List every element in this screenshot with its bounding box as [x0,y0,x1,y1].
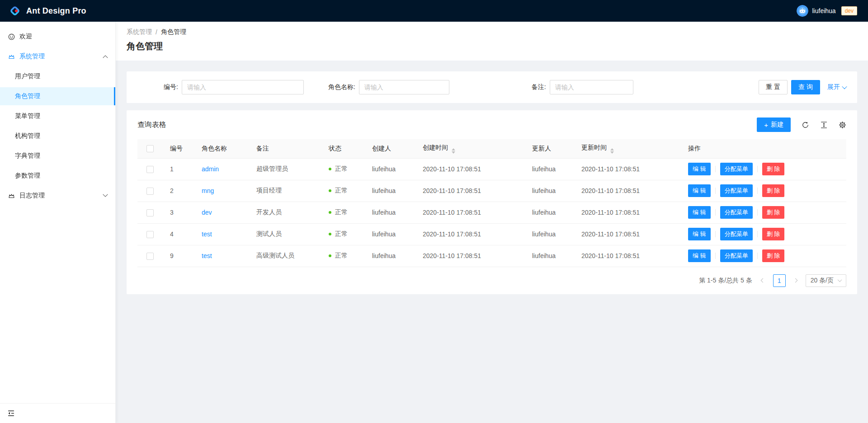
page-size-value: 20 条/页 [811,277,834,285]
table-row: 9 test 高级测试人员 正常 liufeihua 2020-11-10 17… [137,245,846,267]
expand-link[interactable]: 展开 [827,83,846,91]
sidebar-item-label: 欢迎 [19,33,32,41]
crown-icon [8,53,15,60]
delete-button[interactable]: 删 除 [762,184,785,197]
delete-button[interactable]: 删 除 [762,249,785,262]
menu-fold-icon[interactable] [7,409,15,417]
cell-remark: 测试人员 [249,223,321,245]
cell-creator: liufeihua [365,245,415,267]
settings-gear-icon[interactable] [839,121,846,129]
assign-menu-button[interactable]: 分配菜单 [720,206,753,219]
status-text: 正常 [335,252,348,260]
table-row: 4 test 测试人员 正常 liufeihua 2020-11-10 17:0… [137,223,846,245]
row-checkbox[interactable] [146,253,154,260]
sidebar-item-users[interactable]: 用户管理 [0,67,115,85]
next-page-button[interactable] [789,274,802,287]
query-button[interactable]: 查 询 [791,80,820,94]
assign-menu-button[interactable]: 分配菜单 [720,249,753,262]
assign-menu-button[interactable]: 分配菜单 [720,184,753,197]
cell-creator: liufeihua [365,158,415,180]
cell-creator: liufeihua [365,202,415,223]
sidebar-item-system[interactable]: 系统管理 [0,47,115,66]
sidebar-item-roles[interactable]: 角色管理 [0,87,115,105]
role-name-link[interactable]: dev [202,209,212,216]
roles-table: 编号 角色名称 备注 状态 创建人 创建时间 更新人 更新时间 操作 [137,139,846,267]
role-name-input[interactable] [359,80,449,94]
ant-design-logo-icon [8,4,22,18]
sidebar-item-label: 机构管理 [15,132,40,140]
cell-creator: liufeihua [365,180,415,202]
top-header: Ant Design Pro liufeihua dev [0,0,868,22]
role-name-link[interactable]: mng [202,187,214,194]
table-header-row: 编号 角色名称 备注 状态 创建人 创建时间 更新人 更新时间 操作 [137,139,846,158]
table-toolbar: 查询表格 + 新建 [127,110,857,139]
app-logo[interactable]: Ant Design Pro [8,4,86,18]
role-name-link[interactable]: test [202,230,212,238]
sidebar-item-dicts[interactable]: 字典管理 [0,147,115,165]
edit-button[interactable]: 编 辑 [688,184,711,197]
row-checkbox[interactable] [146,209,154,216]
delete-button[interactable]: 删 除 [762,228,785,240]
role-name-link[interactable]: test [202,252,212,259]
edit-button[interactable]: 编 辑 [688,228,711,240]
divider [757,253,758,259]
row-checkbox[interactable] [146,166,154,173]
sorter-icon[interactable] [452,148,455,154]
sidebar-footer [0,403,115,423]
select-all-checkbox[interactable] [146,145,154,152]
sidebar-item-params[interactable]: 参数管理 [0,167,115,185]
sidebar-item-orgs[interactable]: 机构管理 [0,127,115,145]
chevron-down-icon [842,84,847,89]
chevron-down-icon [838,277,842,282]
edit-button[interactable]: 编 辑 [688,206,711,219]
divider [757,231,758,237]
sidebar-item-label: 参数管理 [15,172,40,180]
status-text: 正常 [335,165,348,173]
column-header-remark: 备注 [249,139,321,158]
edit-button[interactable]: 编 辑 [688,163,711,175]
cell-created-time: 2020-11-10 17:08:51 [415,158,525,180]
divider [715,209,716,216]
cell-id: 1 [163,158,194,180]
assign-menu-button[interactable]: 分配菜单 [720,228,753,240]
chevron-left-icon [761,278,765,283]
sorter-icon[interactable] [610,148,614,154]
page-size-select[interactable]: 20 条/页 [806,274,846,287]
column-header-role-name: 角色名称 [194,139,249,158]
column-height-icon[interactable] [820,121,828,129]
page-number-1[interactable]: 1 [773,274,786,287]
status-dot [329,211,331,214]
status-text: 正常 [335,187,348,195]
cell-remark: 项目经理 [249,180,321,202]
role-name-link[interactable]: admin [202,165,219,173]
remark-input[interactable] [550,80,633,94]
row-checkbox[interactable] [146,188,154,195]
reset-button[interactable]: 重 置 [759,80,788,94]
row-checkbox[interactable] [146,231,154,238]
chevron-up-icon [103,55,108,60]
user-menu[interactable]: liufeihua [797,5,835,17]
field-label: 备注: [532,83,546,91]
sidebar-item-logs[interactable]: 日志管理 [0,187,115,205]
cell-created-time: 2020-11-10 17:08:51 [415,180,525,202]
new-button-label: 新建 [771,121,783,129]
delete-button[interactable]: 删 除 [762,206,785,219]
search-form-card: 编号: 角色名称: 备注: 重 置 查 询 展开 [127,71,857,103]
id-input[interactable] [182,80,304,94]
edit-button[interactable]: 编 辑 [688,249,711,262]
column-header-id: 编号 [163,139,194,158]
new-button[interactable]: + 新建 [757,118,791,132]
sidebar-item-welcome[interactable]: 欢迎 [0,28,115,46]
sidebar-item-menus[interactable]: 菜单管理 [0,107,115,125]
divider [757,166,758,172]
avatar-icon [797,5,808,17]
cell-updated-time: 2020-11-10 17:08:51 [574,223,681,245]
divider [757,209,758,216]
cell-remark: 超级管理员 [249,158,321,180]
prev-page-button[interactable] [757,274,769,287]
breadcrumb-parent[interactable]: 系统管理 [127,28,152,36]
assign-menu-button[interactable]: 分配菜单 [720,163,753,175]
reload-icon[interactable] [802,121,809,129]
search-field-role-name: 角色名称: [328,80,449,94]
delete-button[interactable]: 删 除 [762,163,785,175]
